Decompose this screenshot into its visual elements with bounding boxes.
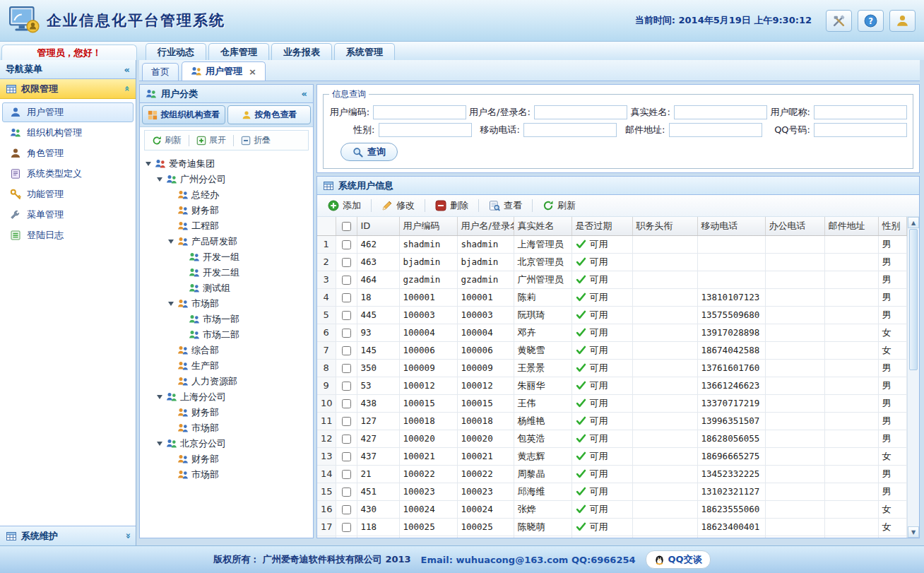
scroll-down-icon[interactable]: ▼ (908, 526, 919, 538)
query-input[interactable] (379, 123, 472, 137)
tree-node-1[interactable]: 广州分公司 (141, 172, 312, 187)
table-row[interactable]: 10438100015100015王伟可用13370717219男 (317, 394, 907, 412)
sidebar-collapse-icon[interactable]: « (124, 64, 130, 75)
accordion-permission-mgmt[interactable]: 权限管理 « (0, 79, 136, 99)
tree-node-13[interactable]: 生产部 (141, 358, 312, 374)
grid-add-button[interactable]: 添加 (321, 197, 367, 214)
accordion-expand-icon[interactable]: « (122, 533, 132, 538)
row-checkbox[interactable] (342, 364, 351, 373)
row-checkbox[interactable] (342, 329, 351, 338)
tree-node-10[interactable]: 市场一部 (141, 312, 312, 327)
tree-node-16[interactable]: 财务部 (141, 405, 312, 420)
tree-node-18[interactable]: 北京分公司 (141, 436, 312, 451)
tree-node-8[interactable]: 测试组 (141, 280, 312, 296)
sidebar-item-0[interactable]: 用户管理 (2, 102, 134, 122)
nav-tab-1[interactable]: 仓库管理 (208, 43, 269, 60)
accordion-collapse-icon[interactable]: « (122, 85, 132, 91)
nav-tab-2[interactable]: 业务报表 (271, 43, 332, 60)
tree-node-19[interactable]: 财务部 (141, 451, 312, 467)
qq-chat-button[interactable]: QQ交谈 (646, 550, 711, 569)
row-checkbox[interactable] (342, 240, 351, 249)
tab-close-icon[interactable]: × (249, 66, 256, 77)
query-input[interactable] (534, 105, 627, 119)
sidebar-item-2[interactable]: 角色管理 (2, 143, 134, 163)
table-row[interactable]: 15451100023100023邱海维可用13102321127男 (317, 483, 907, 500)
table-row[interactable]: 11127100018100018杨维艳可用13996351507男 (317, 412, 907, 430)
accordion-system-maintenance[interactable]: 系统维护 « (0, 526, 136, 545)
table-row[interactable]: 1462shadminshadmin上海管理员可用男 (317, 235, 907, 253)
table-row[interactable]: 8350100009100009王景景可用13761601760男 (317, 359, 907, 377)
tree-node-0[interactable]: 爱奇迪集团 (141, 156, 312, 172)
sidebar-item-5[interactable]: 菜单管理 (2, 205, 134, 225)
query-input[interactable] (669, 123, 762, 137)
table-row[interactable]: 1421100022100022周黎晶可用13452332225男 (317, 465, 907, 483)
tree-node-4[interactable]: 工程部 (141, 218, 312, 234)
row-checkbox[interactable] (342, 276, 351, 285)
column-header[interactable]: 办公电话 (765, 217, 824, 235)
row-checkbox[interactable] (342, 417, 351, 426)
row-checkbox[interactable] (342, 505, 351, 514)
help-button[interactable]: ? (858, 10, 884, 32)
profile-button[interactable] (889, 10, 916, 32)
row-checkbox[interactable] (342, 258, 351, 267)
row-checkbox[interactable] (342, 382, 351, 391)
expander-icon[interactable] (157, 177, 162, 182)
tree-node-2[interactable]: 总经办 (141, 187, 312, 203)
column-header[interactable]: 移动电话 (697, 217, 765, 235)
sidebar-item-1[interactable]: 组织机构管理 (2, 123, 134, 143)
grid-delete-button[interactable]: 删除 (429, 197, 475, 214)
expander-icon[interactable] (146, 162, 151, 166)
query-input[interactable] (814, 123, 907, 137)
row-checkbox[interactable] (342, 399, 351, 408)
query-input[interactable] (674, 105, 767, 119)
vertical-scrollbar[interactable]: ▲ ▼ (907, 217, 919, 538)
column-header[interactable]: 邮件地址 (824, 217, 878, 235)
tree-node-11[interactable]: 市场二部 (141, 327, 312, 343)
column-header[interactable]: 用户编码 (399, 217, 457, 235)
tree-node-9[interactable]: 市场部 (141, 296, 312, 312)
tree-node-14[interactable]: 人力资源部 (141, 374, 312, 389)
tree-node-5[interactable]: 产品研发部 (141, 234, 312, 249)
column-header[interactable]: 用户名/登录名 (457, 217, 514, 235)
column-header[interactable]: 是否过期 (571, 217, 632, 235)
tree-toolbar-expand-button[interactable]: 展开 (189, 131, 233, 150)
table-row[interactable]: 16430100024100024张烨可用18623555060女 (317, 500, 907, 518)
nav-tab-0[interactable]: 行业动态 (146, 43, 206, 60)
panel-collapse-icon[interactable]: « (302, 88, 307, 99)
tree-toolbar-collapse-button[interactable]: 折叠 (234, 131, 278, 150)
view-tab-1[interactable]: 按角色查看 (227, 105, 311, 124)
query-input[interactable] (523, 123, 617, 137)
scrollbar-thumb[interactable] (909, 229, 918, 370)
table-row[interactable]: 3464gzadmingzadmin广州管理员可用男 (317, 271, 907, 288)
row-checkbox[interactable] (342, 470, 351, 479)
select-all-checkbox[interactable] (342, 222, 351, 231)
tree-node-17[interactable]: 市场部 (141, 420, 312, 436)
row-checkbox[interactable] (342, 452, 351, 461)
scroll-up-icon[interactable]: ▲ (908, 217, 919, 228)
row-checkbox[interactable] (342, 523, 351, 532)
expander-icon[interactable] (157, 395, 162, 399)
row-checkbox[interactable] (342, 435, 351, 444)
table-row[interactable]: 418100001100001陈莉可用13810107123男 (317, 288, 907, 306)
sidebar-item-4[interactable]: 功能管理 (2, 184, 134, 204)
grid-view-button[interactable]: 查看 (482, 197, 528, 214)
main-tab-1[interactable]: 用户管理× (182, 61, 266, 81)
main-tab-0[interactable]: 首页 (142, 63, 179, 81)
sidebar-item-3[interactable]: 系统类型定义 (2, 164, 134, 184)
tree-node-12[interactable]: 综合部 (141, 343, 312, 358)
table-row[interactable]: 12427100020100020包英浩可用18628056055男 (317, 430, 907, 447)
expander-icon[interactable] (168, 240, 174, 244)
tools-button[interactable] (826, 10, 852, 32)
tree-node-3[interactable]: 财务部 (141, 203, 312, 218)
grid-refresh-button[interactable]: 刷新 (536, 197, 582, 214)
row-checkbox[interactable] (342, 346, 351, 355)
expander-icon[interactable] (157, 442, 162, 446)
column-header[interactable]: 职务头衔 (632, 217, 697, 235)
table-row[interactable]: 18371100028100028黄乐瑄可用18602333677男 (317, 536, 907, 538)
table-row[interactable]: 953100012100012朱丽华可用13661246623男 (317, 377, 907, 394)
query-input[interactable] (814, 105, 907, 119)
expander-icon[interactable] (168, 302, 174, 306)
table-row[interactable]: 693100004100004邓卉可用13917028898女 (317, 324, 907, 341)
column-header[interactable]: 真实姓名 (514, 217, 571, 235)
table-row[interactable]: 7145100006100006黄晓雪可用18674042588女 (317, 341, 907, 359)
